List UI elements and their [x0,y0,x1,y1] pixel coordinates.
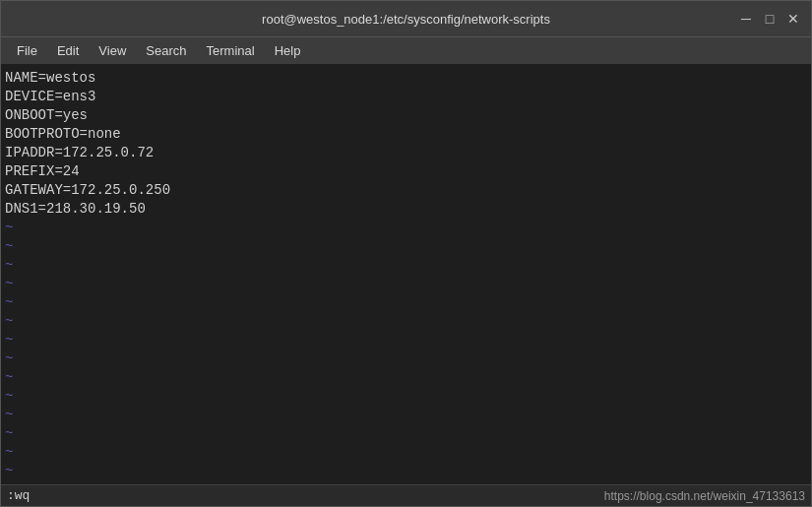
line-text: ~ [5,407,13,422]
editor-line: ~ [1,255,811,274]
editor-line: ~ [1,442,811,461]
menu-file[interactable]: File [7,41,47,60]
menu-view[interactable]: View [89,41,136,60]
line-text: GATEWAY=172.25.0.250 [5,182,170,198]
line-text: ~ [5,463,13,478]
menu-edit[interactable]: Edit [47,41,89,60]
menu-bar: File Edit View Search Terminal Help [1,36,811,64]
vim-command: :wq [7,488,30,503]
editor-line: BOOTPROTO=none [1,124,811,143]
window-controls: ─ □ ✕ [738,11,801,27]
title-bar: root@westos_node1:/etc/sysconfig/network… [1,1,811,36]
editor-line: ~ [1,218,811,236]
line-text: ~ [5,369,13,385]
line-text: ~ [5,220,13,235]
editor-content: NAME=westosDEVICE=ens3ONBOOT=yesBOOTPROT… [1,64,811,484]
line-text: ~ [5,257,13,273]
line-text: ~ [5,332,13,348]
line-text: ~ [5,350,13,366]
editor-line: ~ [1,386,811,405]
editor-line: ~ [1,405,811,423]
line-text: IPADDR=172.25.0.72 [5,145,154,160]
window-title: root@westos_node1:/etc/sysconfig/network… [262,12,550,27]
terminal-window: root@westos_node1:/etc/sysconfig/network… [0,0,812,507]
line-text: ~ [5,238,13,254]
line-text: ~ [5,294,13,310]
editor-line: ~ [1,349,811,367]
editor-line: DEVICE=ens3 [1,87,811,105]
menu-terminal[interactable]: Terminal [197,41,265,60]
url-reference: https://blog.csdn.net/weixin_47133613 [604,489,805,503]
line-text: ~ [5,444,13,460]
editor-line: ~ [1,461,811,479]
line-text: PREFIX=24 [5,163,80,179]
maximize-button[interactable]: □ [762,11,778,27]
editor-line: ONBOOT=yes [1,105,811,124]
editor-line: ~ [1,423,811,442]
editor-line: ~ [1,367,811,386]
menu-help[interactable]: Help [265,41,311,60]
editor-line: ~ [1,236,811,255]
editor-line: ~ [1,274,811,292]
line-text: ~ [5,276,13,291]
line-text: NAME=westos [5,70,95,86]
status-bar: :wq https://blog.csdn.net/weixin_4713361… [1,484,811,506]
editor-line: ~ [1,330,811,349]
line-text: ~ [5,388,13,404]
editor-line: PREFIX=24 [1,161,811,180]
menu-search[interactable]: Search [136,41,196,60]
editor-area[interactable]: NAME=westosDEVICE=ens3ONBOOT=yesBOOTPROT… [1,64,811,506]
line-text: ONBOOT=yes [5,107,88,123]
editor-line: GATEWAY=172.25.0.250 [1,180,811,199]
line-text: DEVICE=ens3 [5,89,95,104]
close-button[interactable]: ✕ [785,11,801,27]
line-text: BOOTPROTO=none [5,126,121,142]
minimize-button[interactable]: ─ [738,11,754,27]
editor-line: DNS1=218.30.19.50 [1,199,811,218]
line-text: DNS1=218.30.19.50 [5,201,146,217]
editor-line: IPADDR=172.25.0.72 [1,143,811,161]
editor-line: ~ [1,292,811,311]
line-text: ~ [5,313,13,329]
editor-line: ~ [1,311,811,330]
editor-line: NAME=westos [1,68,811,87]
line-text: ~ [5,425,13,441]
